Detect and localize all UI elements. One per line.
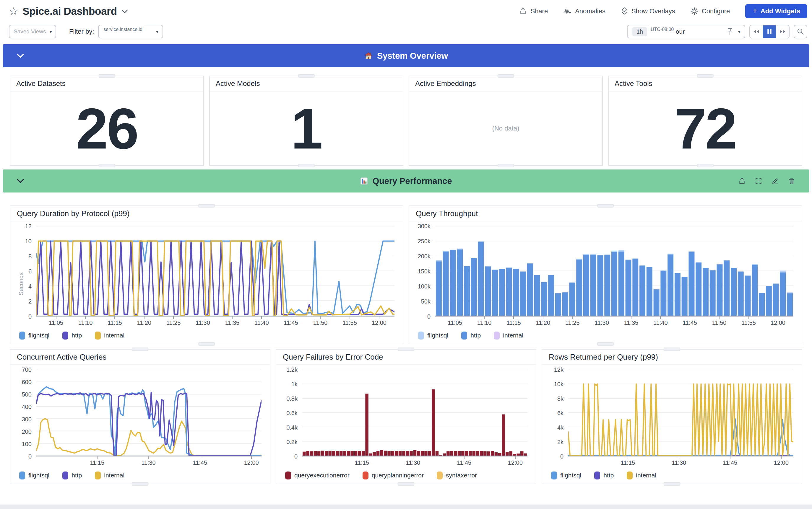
chart-title: Query Duration by Protocol (p99) xyxy=(10,206,403,222)
legend-item[interactable]: queryexecutionerror xyxy=(285,472,349,479)
drag-handle[interactable] xyxy=(498,164,514,167)
saved-views-select[interactable]: Saved Views ▾ xyxy=(9,25,56,38)
bar-chart-emoji-icon xyxy=(360,177,368,185)
fit-section-icon[interactable] xyxy=(755,177,762,185)
legend-item[interactable]: flightsql xyxy=(418,332,448,340)
anomalies-button[interactable]: Anomalies xyxy=(563,7,605,15)
y-tick-label: 8 xyxy=(28,253,32,260)
x-tick-mark xyxy=(200,456,200,459)
delete-icon[interactable] xyxy=(788,177,795,185)
plot-area[interactable] xyxy=(36,226,395,316)
x-tick-mark xyxy=(362,456,362,459)
plot-area[interactable] xyxy=(36,370,261,456)
legend-item[interactable]: internal xyxy=(494,332,523,340)
drag-handle[interactable] xyxy=(664,482,680,486)
house-emoji-icon xyxy=(364,52,373,60)
x-tick-label: 11:35 xyxy=(624,319,638,326)
collapse-chevron-icon[interactable] xyxy=(17,179,24,183)
legend-item[interactable]: http xyxy=(62,332,82,340)
collapse-chevron-icon[interactable] xyxy=(17,54,24,58)
drag-handle[interactable] xyxy=(298,74,315,78)
x-tick-mark xyxy=(232,316,232,319)
section-title-text: Query Performance xyxy=(372,176,452,186)
x-tick-label: 11:30 xyxy=(672,460,686,466)
overlays-icon xyxy=(621,7,628,15)
legend-item[interactable]: flightsql xyxy=(19,332,49,340)
plot-area[interactable] xyxy=(302,370,527,456)
plot-area[interactable] xyxy=(435,226,793,316)
x-tick-mark xyxy=(748,316,749,319)
drag-handle[interactable] xyxy=(198,342,215,346)
drag-handle[interactable] xyxy=(398,482,414,486)
share-button[interactable]: Share xyxy=(519,7,548,15)
chevron-down-icon[interactable] xyxy=(121,9,128,13)
legend-label: flightsql xyxy=(28,332,49,339)
drag-handle[interactable] xyxy=(198,204,215,208)
drag-handle[interactable] xyxy=(597,342,614,346)
export-icon[interactable] xyxy=(738,177,746,185)
pin-icon[interactable] xyxy=(727,28,733,35)
x-tick-mark xyxy=(173,316,174,319)
show-overlays-button[interactable]: Show Overlays xyxy=(621,7,675,15)
y-tick-label: 150k xyxy=(418,268,431,275)
legend-item[interactable]: syntaxerror xyxy=(437,472,477,479)
drag-handle[interactable] xyxy=(597,204,614,208)
legend-item[interactable]: internal xyxy=(627,472,656,479)
time-range-picker[interactable]: UTC-08:00 1h Past 1 Hour ▾ xyxy=(627,25,745,38)
legend-item[interactable]: http xyxy=(594,472,614,479)
drag-handle[interactable] xyxy=(298,164,315,167)
y-axis-labels: 300k250k200k150k100k50k0 xyxy=(409,226,435,316)
x-tick-mark xyxy=(455,316,455,319)
legend-item[interactable]: http xyxy=(62,472,82,479)
edit-icon[interactable] xyxy=(771,177,779,185)
stat-value: 72 xyxy=(674,95,736,162)
fast-forward-button[interactable] xyxy=(776,25,789,38)
x-tick-mark xyxy=(543,316,543,319)
chart-legend: queryexecutionerrorqueryplanningerrorsyn… xyxy=(276,469,536,484)
drag-handle[interactable] xyxy=(99,164,115,167)
show-overlays-label: Show Overlays xyxy=(631,7,675,15)
y-tick-label: 600 xyxy=(22,379,32,385)
drag-handle[interactable] xyxy=(132,347,148,351)
drag-handle[interactable] xyxy=(697,164,714,167)
drag-handle[interactable] xyxy=(398,347,414,351)
drag-handle[interactable] xyxy=(132,482,148,486)
drag-handle[interactable] xyxy=(697,74,714,78)
x-tick-label: 11:40 xyxy=(653,319,668,326)
legend-item[interactable]: flightsql xyxy=(19,472,49,479)
legend-item[interactable]: flightsql xyxy=(551,472,581,479)
drag-handle[interactable] xyxy=(99,74,115,78)
dashboard-title-group[interactable]: ☆ Spice.ai Dashboard xyxy=(9,5,128,17)
y-tick-label: 500 xyxy=(22,391,32,398)
x-tick-label: 12:00 xyxy=(508,460,523,466)
x-tick-mark xyxy=(690,316,690,319)
legend-item[interactable]: queryplanningerror xyxy=(363,472,424,479)
add-widgets-button[interactable]: + Add Widgets xyxy=(745,4,807,18)
chart-title: Concurrent Active Queries xyxy=(10,349,270,365)
chart-card-rows-returned: Rows Returned per Query (p99) 12k10k8k6k… xyxy=(542,349,802,484)
plot-canvas xyxy=(36,226,395,316)
x-tick-mark xyxy=(379,316,379,319)
legend-item[interactable]: internal xyxy=(95,332,124,340)
drag-handle[interactable] xyxy=(664,347,680,351)
zoom-out-button[interactable] xyxy=(794,25,807,38)
caret-down-icon[interactable]: ▾ xyxy=(738,29,741,34)
legend-label: flightsql xyxy=(427,332,448,339)
instance-filter-input[interactable]: service.instance.id * ▾ xyxy=(98,25,163,38)
legend-item[interactable]: internal xyxy=(95,472,124,479)
x-tick-mark xyxy=(631,316,631,319)
x-tick-mark xyxy=(679,456,679,459)
chart-area: Seconds 121086420 11:0511:1011:1511:2011… xyxy=(10,222,403,329)
drag-handle[interactable] xyxy=(498,74,514,78)
pause-button[interactable] xyxy=(763,25,776,38)
x-tick-label: 11:10 xyxy=(477,319,492,326)
x-tick-label: 11:20 xyxy=(137,319,152,326)
legend-item[interactable]: http xyxy=(461,332,481,340)
y-tick-label: 6 xyxy=(28,268,32,275)
star-icon[interactable]: ☆ xyxy=(9,6,18,16)
rewind-button[interactable] xyxy=(750,25,763,38)
configure-button[interactable]: Configure xyxy=(691,7,730,15)
plot-area[interactable] xyxy=(568,370,793,456)
x-tick-label: 12:00 xyxy=(372,319,386,326)
stat-value: 26 xyxy=(76,95,138,162)
